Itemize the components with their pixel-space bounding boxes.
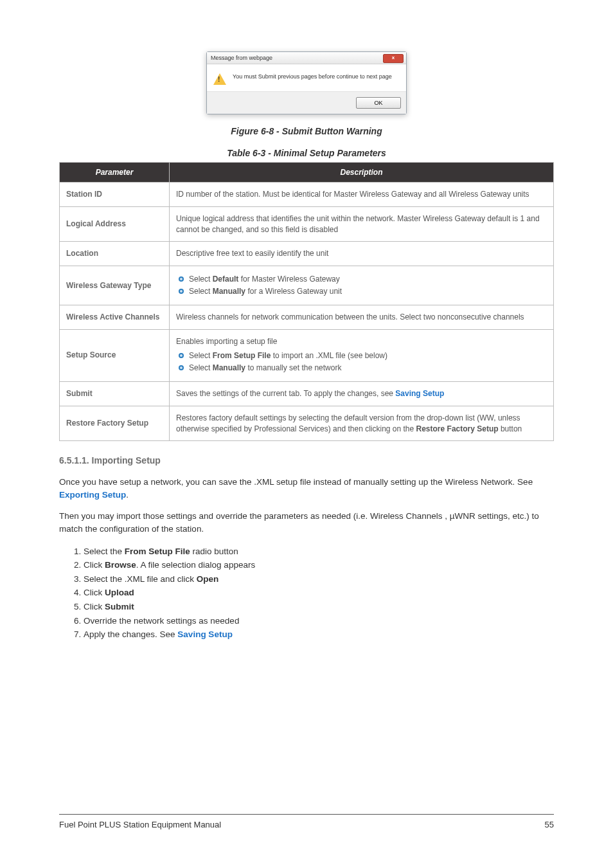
table-caption: Table 6-3 - Minimal Setup Parameters — [59, 148, 554, 158]
dialog-titlebar: Message from webpage x — [207, 52, 406, 64]
parameters-table: Parameter Description Station ID ID numb… — [59, 162, 554, 441]
figure-caption: Figure 6-8 - Submit Button Warning — [59, 126, 554, 136]
list-item: Select From Setup File to import an .XML… — [176, 350, 547, 361]
saving-setup-link[interactable]: Saving Setup — [395, 389, 444, 398]
table-row: Submit Saves the settings of the current… — [60, 381, 554, 406]
page-footer: Fuel Point PLUS Station Equipment Manual… — [59, 814, 554, 829]
param-desc: Select Default for Master Wireless Gatew… — [170, 266, 554, 305]
page: Message from webpage x You must Submit p… — [0, 0, 613, 868]
param-name: Submit — [60, 381, 170, 406]
param-desc: Saves the settings of the current tab. T… — [170, 381, 554, 406]
warning-dialog: Message from webpage x You must Submit p… — [206, 51, 407, 114]
param-name: Logical Address — [60, 206, 170, 242]
steps-list: Select the From Setup File radio button … — [76, 545, 554, 642]
list-item: Click Browse. A file selection dialog ap… — [84, 558, 554, 572]
list-item: Select the From Setup File radio button — [84, 545, 554, 559]
dialog-screenshot: Message from webpage x You must Submit p… — [59, 51, 554, 114]
param-desc: Enables importing a setup file Select Fr… — [170, 329, 554, 381]
dialog-body: You must Submit previous pages before co… — [207, 64, 406, 92]
param-name: Wireless Active Channels — [60, 305, 170, 329]
dialog-footer: OK — [207, 92, 406, 114]
exporting-setup-link[interactable]: Exporting Setup — [59, 490, 126, 500]
header-description: Description — [170, 163, 554, 183]
warning-icon — [213, 73, 226, 85]
table-row: Wireless Active Channels Wireless channe… — [60, 305, 554, 329]
header-parameter: Parameter — [60, 163, 170, 183]
table-header-row: Parameter Description — [60, 163, 554, 183]
param-desc: Descriptive free text to easily identify… — [170, 242, 554, 266]
param-name: Restore Factory Setup — [60, 406, 170, 441]
list-item: Select Manually for a Wireless Gateway u… — [176, 286, 547, 297]
table-row: Station ID ID number of the station. Mus… — [60, 183, 554, 207]
page-number: 55 — [545, 820, 554, 829]
list-item: Override the network settings as needed — [84, 614, 554, 628]
section-heading: 6.5.1.1. Importing Setup — [59, 455, 554, 466]
param-name: Location — [60, 242, 170, 266]
list-item: Apply the changes. See Saving Setup — [84, 628, 554, 642]
paragraph: Once you have setup a network, you can s… — [59, 476, 554, 501]
table-row: Location Descriptive free text to easily… — [60, 242, 554, 266]
table-row: Setup Source Enables importing a setup f… — [60, 329, 554, 381]
param-name: Wireless Gateway Type — [60, 266, 170, 305]
list-item: Select Default for Master Wireless Gatew… — [176, 274, 547, 285]
param-desc: Restores factory default settings by sel… — [170, 406, 554, 441]
dialog-title-text: Message from webpage — [211, 55, 272, 61]
dialog-message: You must Submit previous pages before co… — [233, 73, 392, 80]
param-desc: Wireless channels for network communicat… — [170, 305, 554, 329]
list-item: Select the .XML file and click Open — [84, 572, 554, 586]
list-item: Click Upload — [84, 586, 554, 600]
saving-setup-link[interactable]: Saving Setup — [177, 629, 233, 639]
close-icon[interactable]: x — [383, 54, 404, 63]
param-name: Station ID — [60, 183, 170, 207]
table-row: Wireless Gateway Type Select Default for… — [60, 266, 554, 305]
param-name: Setup Source — [60, 329, 170, 381]
list-item: Click Submit — [84, 600, 554, 614]
param-desc: Unique logical address that identifies t… — [170, 206, 554, 242]
footer-title: Fuel Point PLUS Station Equipment Manual — [59, 820, 221, 829]
paragraph: Then you may import those settings and o… — [59, 510, 554, 535]
ok-button[interactable]: OK — [356, 97, 401, 109]
param-desc: ID number of the station. Must be identi… — [170, 183, 554, 207]
table-row: Restore Factory Setup Restores factory d… — [60, 406, 554, 441]
lead-text: Enables importing a setup file — [176, 336, 547, 347]
table-row: Logical Address Unique logical address t… — [60, 206, 554, 242]
list-item: Select Manually to manually set the netw… — [176, 363, 547, 374]
